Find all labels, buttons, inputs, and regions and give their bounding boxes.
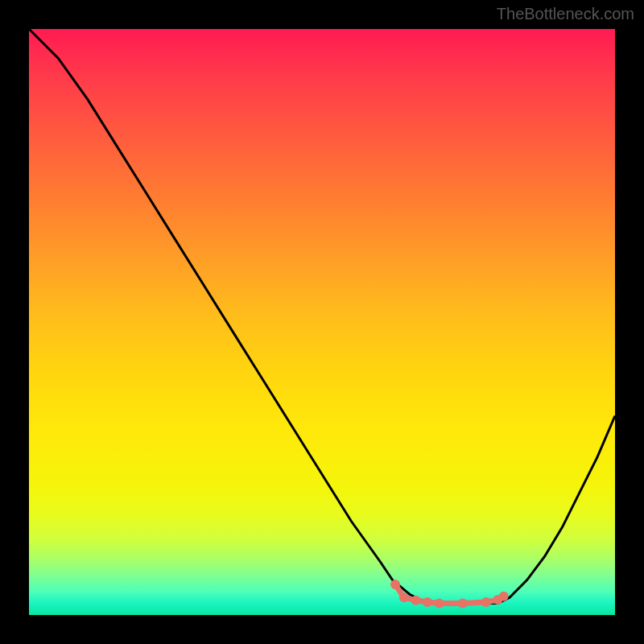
marker-dot (435, 598, 444, 608)
marker-dot (499, 592, 509, 601)
bottleneck-curve-line (29, 29, 615, 603)
marker-dot (458, 598, 468, 608)
marker-dot (481, 597, 491, 607)
chart-svg (29, 29, 615, 615)
chart-plot-area (29, 29, 615, 615)
marker-dot (423, 597, 432, 607)
marker-dot (399, 592, 409, 602)
attribution-label: TheBottleneck.com (497, 5, 634, 23)
marker-dot (390, 580, 400, 589)
marker-dot (411, 596, 421, 605)
